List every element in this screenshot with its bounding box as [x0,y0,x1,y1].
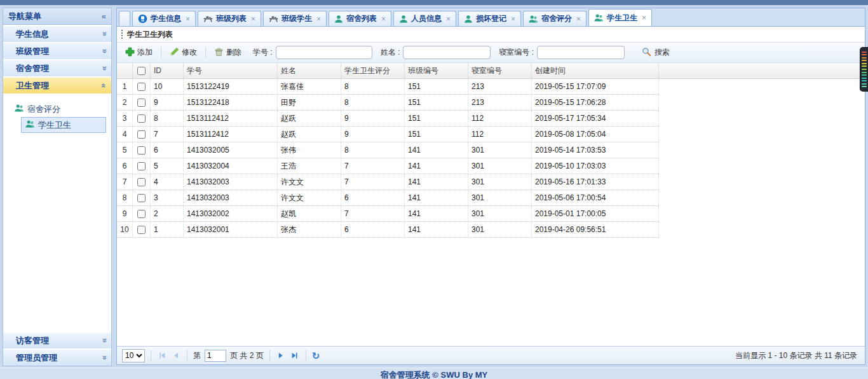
tab-宿舍评分[interactable]: 宿舍评分× [523,11,587,26]
tab-close-icon[interactable]: × [381,15,386,24]
sidebar-item-学生卫生[interactable]: 学生卫生 [21,117,106,133]
main-panel: 学生信息×班级列表×班级学生×宿舍列表×人员信息×损坏登记×宿舍评分×学生卫生×… [116,8,865,365]
tab-学生信息[interactable]: 学生信息× [132,11,196,26]
row-checkbox-cell [133,111,151,126]
header-room-no[interactable]: 寝室编号 [468,63,532,78]
cell-room-no: 213 [468,79,532,94]
sidebar-item-宿舍评分[interactable]: 宿舍评分 [3,101,111,117]
tab-blank[interactable] [119,11,130,26]
tab-close-icon[interactable]: × [446,15,451,24]
row-checkbox[interactable] [137,130,146,139]
tab-close-icon[interactable]: × [642,13,646,22]
tab-close-icon[interactable]: × [511,15,515,24]
header-class-no[interactable]: 班级编号 [405,63,468,78]
tab-宿舍列表[interactable]: 宿舍列表× [329,11,391,26]
row-checkbox[interactable] [137,99,146,107]
room-no-input[interactable] [537,46,625,59]
button-label: 删除 [226,47,241,58]
cell-id: 1 [151,222,184,237]
row-checkbox[interactable] [137,194,146,202]
first-page-button[interactable] [157,350,167,361]
color-strip-widget[interactable] [860,47,868,92]
cell-created-at: 2019-05-08 17:05:04 [532,127,659,142]
sidebar-group-班级管理[interactable]: 班级管理« [3,43,111,59]
room-no-input-label: 寝室编号 : [499,47,534,58]
next-page-button[interactable] [276,350,286,361]
tab-损坏登记[interactable]: 损坏登记× [458,11,521,26]
person-icon [334,15,343,24]
collapse-sidebar-icon[interactable]: « [102,12,106,20]
delete-button[interactable]: 删除 [211,46,245,60]
row-checkbox[interactable] [137,226,146,234]
tab-close-icon[interactable]: × [186,15,190,24]
page-size-select[interactable]: 10 [122,349,145,362]
row-checkbox[interactable] [137,146,146,155]
cell-student-no: 1413032003 [184,174,278,190]
row-checkbox[interactable] [137,83,146,91]
cell-created-at: 2019-05-01 17:00:05 [532,206,659,221]
column-label: 学生卫生评分 [344,65,390,76]
add-button[interactable]: 添加 [122,46,156,60]
cell-id: 9 [151,95,184,110]
tab-label: 学生信息 [151,13,181,24]
table-row[interactable]: 651413032004王浩71413012019-05-10 17:03:03 [117,158,659,174]
sidebar-group-label: 学生信息 [16,29,49,40]
column-label: 创建时间 [535,65,566,76]
cell-score: 9 [341,127,405,142]
table-row[interactable]: 921413032002赵凯71413012019-05-01 17:00:05 [117,206,659,222]
header-created-at[interactable]: 创建时间 [532,63,659,78]
row-number: 10 [117,222,133,237]
row-checkbox[interactable] [137,114,146,123]
row-number: 1 [117,79,133,94]
tab-close-icon[interactable]: × [251,15,255,24]
tab-label: 学生卫生 [607,13,637,24]
sidebar-group-管理员管理[interactable]: 管理员管理« [3,350,111,366]
table-row[interactable]: 831413032003许文文61413012019-05-06 17:00:5… [117,190,659,206]
table-row[interactable]: 471513112412赵跃91511122019-05-08 17:05:04 [117,127,659,142]
header-student-no[interactable]: 学号 [184,63,278,78]
table-row[interactable]: 741413032003许文文71413012019-05-16 17:01:3… [117,174,659,190]
sidebar-group-卫生管理[interactable]: 卫生管理« [3,78,111,93]
row-checkbox-cell [133,206,151,221]
table-row[interactable]: 561413032005张伟81413012019-05-14 17:03:53 [117,142,659,158]
sidebar-group-宿舍管理[interactable]: 宿舍管理« [3,60,111,76]
student-no-input[interactable] [276,46,372,59]
sidebar-title: 导航菜单 [8,11,41,22]
sidebar-group-访客管理[interactable]: 访客管理« [3,333,111,348]
header-score[interactable]: 学生卫生评分 [341,63,405,78]
last-page-button[interactable] [290,350,300,361]
tab-close-icon[interactable]: × [576,15,581,24]
row-checkbox[interactable] [137,178,146,186]
tab-班级列表[interactable]: 班级列表× [198,11,261,26]
header-name[interactable]: 姓名 [278,63,341,78]
sidebar-group-学生信息[interactable]: 学生信息« [3,26,111,42]
tab-close-icon[interactable]: × [316,15,321,24]
column-label: 姓名 [281,65,296,76]
sidebar-group-label: 班级管理 [16,46,49,57]
sidebar-group-label: 宿舍管理 [16,63,49,74]
name-input[interactable] [403,46,491,59]
refresh-icon[interactable]: ↻ [312,351,320,361]
cell-class-no: 151 [405,111,468,126]
page-number-input[interactable] [205,350,226,362]
row-checkbox-cell [133,142,151,158]
table-row[interactable]: 1101513122419张嘉佳81512132019-05-15 17:07:… [117,79,659,95]
row-checkbox[interactable] [137,210,146,218]
select-all-checkbox[interactable] [137,67,146,75]
tab-班级学生[interactable]: 班级学生× [263,11,327,26]
search-button[interactable]: 搜索 [642,47,670,59]
previous-page-button[interactable] [171,350,181,361]
row-checkbox[interactable] [137,162,146,170]
tab-人员信息[interactable]: 人员信息× [393,11,456,26]
table-row[interactable]: 1011413032001张杰61413012019-04-26 09:56:5… [117,222,659,238]
edit-button[interactable]: 修改 [166,46,200,60]
tab-label: 损坏登记 [476,13,506,24]
table-row[interactable]: 291513122418田野81512132019-05-15 17:06:28 [117,95,659,111]
page-label-prefix: 第 [193,350,201,361]
table-row[interactable]: 381513112412赵跃91511122019-05-17 17:05:34 [117,111,659,127]
header-id[interactable]: ID [151,63,184,78]
cell-student-no: 1513112412 [184,127,278,142]
divider [306,350,306,361]
tab-学生卫生[interactable]: 学生卫生× [588,9,652,26]
row-number: 5 [117,142,133,158]
